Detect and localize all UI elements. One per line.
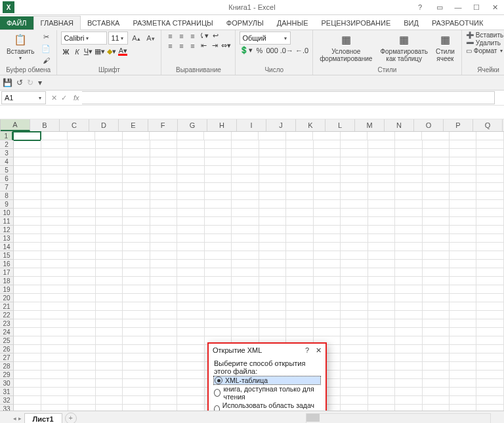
cell[interactable]	[232, 268, 259, 277]
cell[interactable]	[150, 285, 177, 294]
horizontal-scrollbar[interactable]	[306, 413, 491, 423]
cell[interactable]	[314, 328, 341, 336]
cell[interactable]	[341, 388, 368, 396]
cell[interactable]	[177, 379, 204, 388]
cell[interactable]	[476, 191, 503, 200]
cell[interactable]	[286, 149, 313, 157]
cell[interactable]	[68, 217, 95, 226]
cell[interactable]	[259, 311, 286, 319]
cell[interactable]	[205, 191, 232, 200]
cell[interactable]	[14, 174, 41, 183]
column-header[interactable]: J	[266, 119, 296, 131]
cell[interactable]	[476, 200, 503, 209]
column-header[interactable]: O	[414, 119, 444, 131]
cell[interactable]	[395, 260, 422, 268]
cell[interactable]	[423, 251, 450, 260]
row-header[interactable]: 15	[0, 251, 14, 260]
cell[interactable]	[177, 183, 204, 191]
cell[interactable]	[205, 140, 232, 149]
cell[interactable]	[286, 311, 313, 319]
cell[interactable]	[395, 371, 422, 379]
cell[interactable]	[395, 388, 422, 396]
cell[interactable]	[14, 157, 41, 166]
cell[interactable]	[205, 294, 232, 302]
cell[interactable]	[423, 226, 450, 234]
cell[interactable]	[41, 209, 68, 217]
cell[interactable]	[41, 388, 68, 396]
cell[interactable]	[341, 336, 368, 345]
cell[interactable]	[41, 191, 68, 200]
cell[interactable]	[314, 191, 341, 200]
cell[interactable]	[232, 234, 259, 243]
row-header[interactable]: 9	[0, 200, 14, 209]
cell[interactable]	[476, 217, 503, 226]
cell[interactable]	[395, 379, 422, 388]
cell[interactable]	[205, 251, 232, 260]
cell[interactable]	[232, 319, 259, 328]
cell[interactable]	[314, 277, 341, 285]
cell[interactable]	[314, 174, 341, 183]
cell[interactable]	[450, 345, 476, 353]
cell[interactable]	[286, 260, 313, 268]
cell[interactable]	[123, 311, 150, 319]
redo-icon[interactable]: ↻	[27, 78, 33, 87]
row-header[interactable]: 29	[0, 371, 14, 379]
cell[interactable]	[150, 268, 177, 277]
cell[interactable]	[476, 319, 503, 328]
ribbon-opts-icon[interactable]: ▭	[430, 1, 449, 14]
column-header[interactable]: H	[207, 119, 237, 131]
cell[interactable]	[450, 140, 476, 149]
cell[interactable]	[150, 209, 177, 217]
cell[interactable]	[123, 353, 150, 362]
orientation-icon[interactable]: ⤹▾	[199, 31, 209, 40]
cell-styles-button[interactable]: ▦Стили ячеек	[433, 31, 457, 64]
tab-formulas[interactable]: ФОРМУЛЫ	[220, 16, 270, 30]
add-sheet-button[interactable]: +	[65, 413, 77, 423]
format-as-table-button[interactable]: ▦Форматировать как таблицу	[377, 31, 430, 64]
cell[interactable]	[368, 149, 395, 157]
row-header[interactable]: 13	[0, 234, 14, 243]
row-header[interactable]: 11	[0, 217, 14, 226]
cell[interactable]	[450, 226, 476, 234]
cell[interactable]	[341, 209, 368, 217]
row-header[interactable]: 8	[0, 191, 14, 200]
cell[interactable]	[68, 149, 95, 157]
cell[interactable]	[41, 183, 68, 191]
cell[interactable]	[95, 132, 123, 140]
cell[interactable]	[368, 371, 395, 379]
cell[interactable]	[123, 268, 150, 277]
cell[interactable]	[150, 174, 177, 183]
cell[interactable]	[150, 217, 177, 226]
cell[interactable]	[450, 328, 476, 336]
cell[interactable]	[205, 209, 232, 217]
cell[interactable]	[68, 362, 95, 371]
cell[interactable]	[123, 243, 150, 251]
row-header[interactable]: 4	[0, 157, 14, 166]
row-header[interactable]: 24	[0, 328, 14, 336]
cell[interactable]	[476, 277, 503, 285]
cell[interactable]	[450, 336, 476, 345]
cell[interactable]	[395, 149, 422, 157]
cell[interactable]	[423, 388, 450, 396]
cell[interactable]	[232, 328, 259, 336]
cell[interactable]	[422, 132, 450, 140]
cell[interactable]	[177, 371, 204, 379]
cell[interactable]	[314, 157, 341, 166]
cell[interactable]	[313, 132, 341, 140]
cell[interactable]	[232, 183, 259, 191]
cell[interactable]	[368, 132, 395, 140]
cell[interactable]	[259, 328, 286, 336]
cell[interactable]	[395, 226, 422, 234]
fill-color-button[interactable]: ◆▾	[107, 47, 116, 56]
row-header[interactable]: 3	[0, 149, 14, 157]
cell[interactable]	[177, 328, 204, 336]
row-header[interactable]: 27	[0, 353, 14, 362]
merge-center-icon[interactable]: ⇔▾	[221, 41, 231, 50]
cell[interactable]	[368, 260, 395, 268]
cell[interactable]	[14, 345, 41, 353]
cell[interactable]	[314, 251, 341, 260]
cell[interactable]	[450, 157, 476, 166]
cell[interactable]	[41, 353, 68, 362]
cell[interactable]	[123, 217, 150, 226]
cell[interactable]	[423, 328, 450, 336]
